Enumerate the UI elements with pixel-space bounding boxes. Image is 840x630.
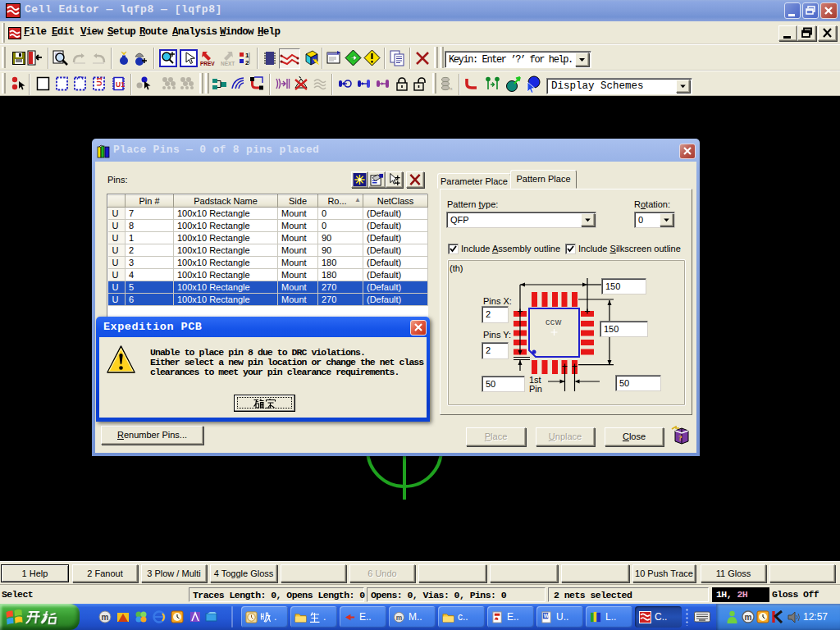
svg-text:m: m: [745, 613, 752, 622]
svg-text:PREV: PREV: [200, 61, 215, 66]
svg-text:n: n: [450, 86, 452, 91]
svg-text:ccw: ccw: [546, 317, 562, 326]
svg-text:U1: U1: [116, 80, 125, 89]
svg-text:U1: U1: [95, 76, 103, 86]
svg-text:W: W: [544, 613, 550, 619]
svg-text:1: 1: [245, 52, 249, 59]
svg-text:m: m: [102, 613, 109, 622]
svg-text:?: ?: [678, 434, 682, 442]
svg-text:NEXT: NEXT: [221, 61, 235, 66]
svg-text:m: m: [396, 613, 403, 621]
svg-text:2: 2: [245, 59, 249, 66]
